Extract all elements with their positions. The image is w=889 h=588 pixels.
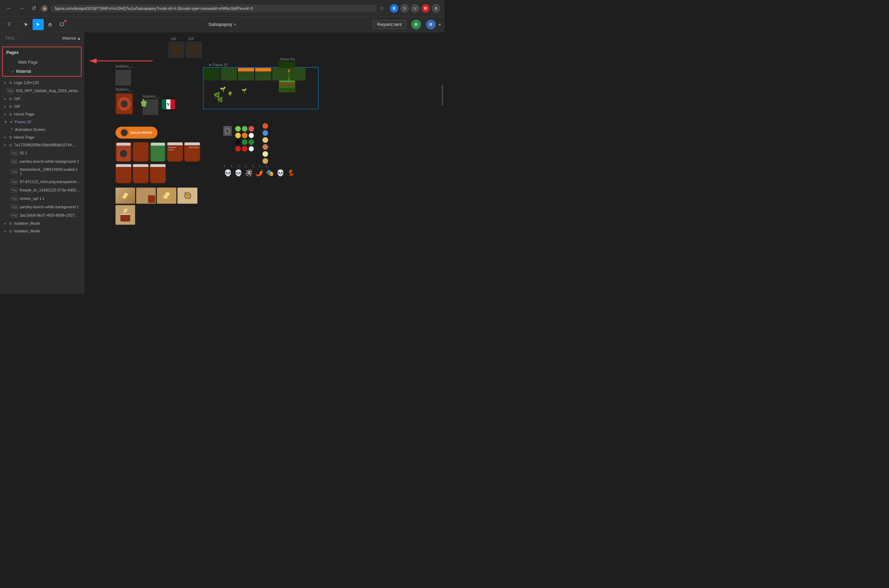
back-button[interactable]: ← <box>4 4 14 13</box>
material-label: Material <box>62 36 76 40</box>
herb-tiny: 🌱 <box>241 88 247 93</box>
layer-frame20[interactable]: ▼ ✦ Frame 20 <box>0 118 84 126</box>
layer-homepage1[interactable]: ▶ ⊞ Home Page <box>0 110 84 118</box>
food-photo-3: 🫔 <box>157 188 176 204</box>
material-arrow: ▲ <box>77 36 81 40</box>
search-input[interactable] <box>6 36 58 40</box>
tomatillo-cluster: 🫑 <box>139 99 148 107</box>
food-jar-combo: 🫔 <box>115 205 135 225</box>
layer-homepage2[interactable]: ▶ ⊞ Home Page <box>0 134 84 141</box>
food-photo-1: 🫔 <box>115 188 135 204</box>
gif-label-2: GIF <box>188 37 194 41</box>
layer-chives[interactable]: img chives_opt 1 1 <box>0 194 84 202</box>
layer-7a[interactable]: ▶ ⊞ 7a173398200fe32bb98f6db32744... <box>0 141 84 149</box>
emoji-skull: 💀 <box>224 169 232 177</box>
emoji-skull2: 💀 <box>234 169 242 177</box>
layer-gif2[interactable]: ▶ ⊞ GIF <box>0 102 84 110</box>
swatch-green <box>242 126 247 132</box>
file-icon <box>223 126 232 136</box>
layer-label: 018_NFP_Update_Aug_2024_white... <box>16 88 81 93</box>
layer-label: 87-871112_mint-png-transparent-... <box>20 180 81 184</box>
page-label-webpage: Web Page <box>18 60 38 65</box>
ext-icon-s[interactable]: S <box>432 4 440 13</box>
page-item-material[interactable]: ✓ Material <box>3 67 81 76</box>
layer-adobestock[interactable]: img AdobeStock_196914929-scaled-1 1 <box>0 165 84 177</box>
salsa-jar-main <box>115 93 133 114</box>
layer-label: Animation Screen <box>15 128 45 132</box>
layer-label: chives_opt 1 1 <box>20 196 45 201</box>
gif-thumb-2 <box>186 42 202 57</box>
swatch-green-light <box>235 126 241 132</box>
hand-tool[interactable] <box>45 19 55 30</box>
request-sent-button[interactable]: Request sent <box>372 20 406 29</box>
herb-small: 🌵 <box>228 91 233 96</box>
frame20-label-text: Frame 20 <box>213 63 228 67</box>
layer-mint[interactable]: img 87-871112_mint-png-transparent-... <box>0 177 84 186</box>
browser-topbar: ← → ↺ 🔒 ☆ B D U R S <box>0 0 445 17</box>
jar-6 <box>115 164 132 183</box>
canvas-area[interactable]: GIF GIF Isolation_.... Isolation_... Iso… <box>84 32 445 294</box>
context-menu-dots[interactable]: ... <box>262 120 267 125</box>
img-icon: img <box>10 150 18 155</box>
component-icon-canvas: ✦ <box>208 63 211 67</box>
layer-3ac[interactable]: img 3ac1feb9-9b37-4f20-8608-c2f27... <box>0 211 84 219</box>
ext-icon-d[interactable]: D <box>400 4 409 13</box>
expand-icon: ▶ <box>4 105 6 108</box>
left-panel: Material ▲ Pages Web Page ✓ Material ▶ ⊞… <box>0 32 84 294</box>
page-check-material: ✓ <box>11 70 14 74</box>
ext-icon-u[interactable]: U <box>411 4 419 13</box>
emoji-label-3: f... <box>238 165 241 168</box>
avatar-user2[interactable]: R <box>426 20 436 29</box>
swatch-white2 <box>249 146 254 152</box>
layer-freepik[interactable]: img freepik_br_14392120-573e-4d56-... <box>0 186 84 194</box>
grid-icon: ⊞ <box>9 143 12 147</box>
layer-isolation1[interactable]: ▶ ⊞ Isolation_Mode <box>0 219 84 227</box>
layer-label: 3ac1feb9-9b37-4f20-8608-c2f27... <box>20 213 78 218</box>
img-icon: img <box>10 204 18 209</box>
ext-icon-r[interactable]: R <box>421 4 430 13</box>
tool-group-left <box>3 19 67 30</box>
canvas-scrollbar[interactable] <box>442 85 443 106</box>
component-icon: ✦ <box>10 120 13 124</box>
url-bar[interactable] <box>51 4 376 12</box>
text-icon: T <box>10 128 13 132</box>
comment-tool[interactable] <box>56 19 67 30</box>
accent-yellow <box>262 137 268 143</box>
material-dropdown[interactable]: Material ▲ <box>60 35 83 41</box>
layer-parsley1[interactable]: img parsley-bunch-white-background 1 <box>0 202 84 211</box>
layer-label: Frame 20 <box>15 120 31 124</box>
expand-icon: ▶ <box>4 222 6 225</box>
reload-button[interactable]: ↺ <box>29 3 38 13</box>
accent-cream <box>262 151 268 157</box>
toolbar-chevron[interactable]: ▾ <box>439 22 441 27</box>
pages-panel: Pages Web Page ✓ Material <box>2 46 81 76</box>
layer-55[interactable]: img 55 1 <box>0 149 84 157</box>
forward-button[interactable]: → <box>17 4 27 13</box>
layer-logo[interactable]: ▶ ⊞ Logo 120×120 <box>0 79 84 87</box>
img-icon: img <box>7 88 14 93</box>
figma-toolbar: Salsapapoy ▾ Request sent R R ▾ <box>0 17 445 32</box>
main-menu-button[interactable] <box>3 19 15 30</box>
layer-isolation2[interactable]: ▶ ⊞ Isolation_Mode <box>0 227 84 235</box>
emoji-hot: 🌶️ <box>255 169 263 177</box>
swatch-dark-red <box>242 146 247 152</box>
layer-label: 55 1 <box>20 151 27 155</box>
page-item-webpage[interactable]: Web Page <box>3 58 81 67</box>
layer-label: freepik_br_14392120-573e-4d56-... <box>20 188 81 192</box>
frame-thumb-2 <box>221 68 237 81</box>
move-tool[interactable] <box>21 19 32 30</box>
layer-animation-screen[interactable]: T Animation Screen <box>0 126 84 134</box>
grid-icon: ⊞ <box>9 97 12 101</box>
layer-parsley2[interactable]: img parsley-bunch-white-background 2 <box>0 157 84 165</box>
ext-icon-b[interactable]: B <box>390 4 398 13</box>
layer-nfp[interactable]: img 018_NFP_Update_Aug_2024_white... <box>0 87 84 95</box>
layer-gif1[interactable]: ▶ ⊞ GIF <box>0 95 84 102</box>
avatar-user1[interactable]: R <box>411 20 421 29</box>
project-dropdown-arrow[interactable]: ▾ <box>234 22 236 26</box>
jar-row-1: Nutrition Facts Back label <box>115 142 200 162</box>
emoji-skull3: 💀 <box>276 169 284 177</box>
bookmark-button[interactable]: ☆ <box>379 5 384 12</box>
swatch-red <box>249 126 254 132</box>
jar-5: Back label <box>184 142 200 162</box>
select-tool[interactable] <box>33 19 44 30</box>
